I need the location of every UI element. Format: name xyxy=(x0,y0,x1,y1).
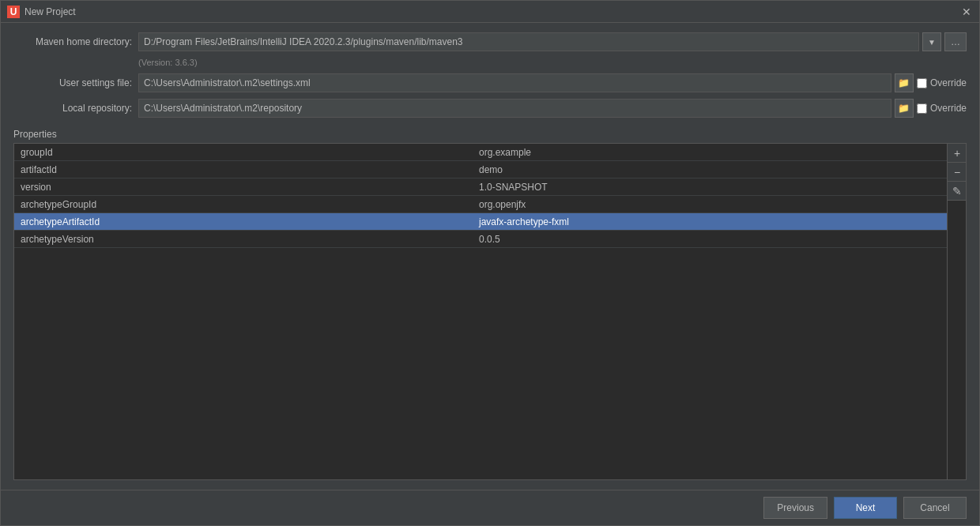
cancel-button[interactable]: Cancel xyxy=(903,497,967,519)
ellipsis-icon: … xyxy=(951,36,960,47)
override2-label: Override xyxy=(930,103,967,114)
user-settings-browse-btn[interactable]: 📁 xyxy=(895,73,914,92)
table-row[interactable]: version 1.0-SNAPSHOT xyxy=(14,178,947,196)
override-checkbox1[interactable] xyxy=(917,78,927,88)
properties-section: Properties groupId org.example artifactI… xyxy=(13,124,967,480)
properties-title: Properties xyxy=(13,124,967,143)
user-settings-label: User settings file: xyxy=(13,77,132,88)
table-row[interactable]: archetypeGroupId org.openjfx xyxy=(14,196,947,213)
property-key: artifactId xyxy=(14,164,473,175)
title-bar: U New Project ✕ xyxy=(1,1,979,23)
property-key: groupId xyxy=(14,147,473,158)
table-row[interactable]: groupId org.example xyxy=(14,144,947,161)
property-value: demo xyxy=(473,164,947,175)
override-checkbox2-label: Override xyxy=(917,103,967,114)
properties-table: groupId org.example artifactId demo vers… xyxy=(14,144,947,479)
folder-icon: 📁 xyxy=(898,77,910,88)
local-repo-label: Local repository: xyxy=(13,103,132,114)
maven-home-input[interactable] xyxy=(138,32,919,51)
maven-home-label: Maven home directory: xyxy=(13,36,132,47)
maven-home-row: Maven home directory: ▼ … xyxy=(13,32,967,51)
dialog-content: Maven home directory: ▼ … (Version: 3.6.… xyxy=(1,23,979,490)
property-key: archetypeArtifactId xyxy=(14,216,473,227)
version-text: (Version: 3.6.3) xyxy=(13,58,967,67)
property-value: 1.0-SNAPSHOT xyxy=(473,182,947,193)
user-settings-row: User settings file: 📁 Override xyxy=(13,73,967,92)
previous-button[interactable]: Previous xyxy=(763,497,827,519)
property-key: version xyxy=(14,182,473,193)
table-row[interactable]: archetypeArtifactId javafx-archetype-fxm… xyxy=(14,213,947,231)
property-value: javafx-archetype-fxml xyxy=(473,216,947,227)
local-repo-browse-btn[interactable]: 📁 xyxy=(895,99,914,118)
maven-home-browse-btn[interactable]: … xyxy=(944,32,967,51)
edit-property-btn[interactable]: ✎ xyxy=(948,182,967,201)
dialog-footer: Previous Next Cancel xyxy=(1,490,979,525)
user-settings-input[interactable] xyxy=(138,73,891,92)
maven-home-dropdown-btn[interactable]: ▼ xyxy=(922,32,941,51)
property-value: org.example xyxy=(473,147,947,158)
table-row[interactable]: artifactId demo xyxy=(14,161,947,178)
table-actions: + − ✎ xyxy=(947,144,966,479)
dialog-title: New Project xyxy=(24,6,960,17)
local-repo-input-container: 📁 Override xyxy=(138,99,967,118)
new-project-dialog: U New Project ✕ Maven home directory: ▼ … xyxy=(0,0,980,526)
maven-home-input-container: ▼ … xyxy=(138,32,967,51)
close-button[interactable]: ✕ xyxy=(960,6,973,18)
folder-icon: 📁 xyxy=(898,103,910,114)
add-property-btn[interactable]: + xyxy=(948,144,967,163)
table-row[interactable]: archetypeVersion 0.0.5 xyxy=(14,231,947,248)
override1-label: Override xyxy=(930,77,967,88)
remove-property-btn[interactable]: − xyxy=(948,163,967,182)
property-value: 0.0.5 xyxy=(473,234,947,245)
property-value: org.openjfx xyxy=(473,199,947,210)
user-settings-input-container: 📁 Override xyxy=(138,73,967,92)
property-key: archetypeVersion xyxy=(14,234,473,245)
local-repo-input[interactable] xyxy=(138,99,891,118)
properties-table-container: groupId org.example artifactId demo vers… xyxy=(13,143,967,480)
app-icon: U xyxy=(7,6,20,18)
local-repo-row: Local repository: 📁 Override xyxy=(13,99,967,118)
chevron-down-icon: ▼ xyxy=(928,38,936,47)
next-button[interactable]: Next xyxy=(834,497,897,519)
property-key: archetypeGroupId xyxy=(14,199,473,210)
override-checkbox2[interactable] xyxy=(917,103,927,114)
override-checkbox1-label: Override xyxy=(917,77,967,88)
